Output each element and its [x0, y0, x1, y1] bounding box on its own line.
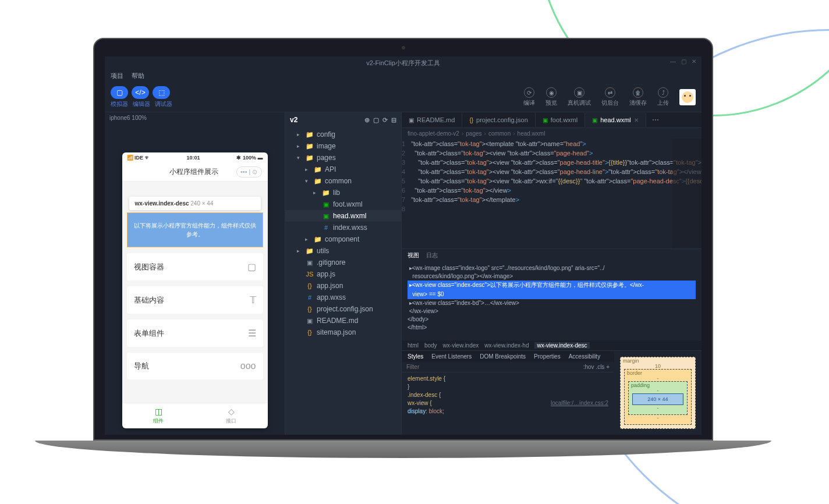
styles-filter-opts[interactable]: :hov .cls +: [583, 364, 610, 370]
sim-nav-title: 小程序组件展示: [151, 167, 236, 177]
editor-area: ▣README.md{}project.config.json▣foot.wxm…: [402, 112, 702, 435]
dt-tab-view[interactable]: 视图: [408, 251, 419, 260]
user-avatar[interactable]: [679, 89, 696, 105]
sim-status-right: ✱ 100% ▬: [236, 155, 263, 161]
tree-item[interactable]: ▣head.wxml: [285, 210, 401, 222]
tree-item[interactable]: ▸📁lib: [285, 187, 401, 198]
editor-tab[interactable]: ▣head.wxml✕: [585, 113, 646, 127]
styles-tab[interactable]: Accessibility: [569, 353, 600, 360]
laptop-mockup: v2-FinClip小程序开发工具 — ▢ ✕ 项目 帮助 ▢ </>: [93, 38, 713, 458]
devtools: 视图 日志 ▸<wx-image class="index-logo" src=…: [402, 249, 702, 435]
css-rules[interactable]: element.style {}.index-desc {</span></di…: [402, 372, 614, 418]
collapse-icon[interactable]: ⊟: [391, 116, 396, 124]
minimize-icon[interactable]: —: [669, 58, 677, 66]
simulator-status: iphone6 100%: [105, 112, 285, 123]
file-explorer: v2 ⊕ ▢ ⟳ ⊟ ▸📁config▸📁image▾📁pages▸📁API▾📁…: [285, 112, 402, 435]
mode-editor-button[interactable]: </>: [132, 86, 149, 99]
dt-tab-log[interactable]: 日志: [426, 251, 438, 260]
tree-item[interactable]: ▣README.md: [285, 315, 401, 326]
tree-item[interactable]: #app.wxss: [285, 292, 401, 303]
tree-item[interactable]: {}project.config.json: [285, 303, 401, 315]
toolbar-上传[interactable]: ⤴上传: [657, 87, 669, 107]
toolbar-真机调试[interactable]: ▣真机调试: [568, 87, 591, 107]
mode-debugger-button[interactable]: ⬚: [153, 86, 170, 99]
menu-help[interactable]: 帮助: [132, 72, 144, 80]
simulator-panel: iphone6 100% 📶 IDE ᯤ 10:01 ✱ 100% ▬ 小程序组…: [105, 112, 285, 435]
menubar: 项目 帮助: [105, 69, 702, 83]
inspector-highlight: 以下将展示小程序官方组件能力，组件样式仅供参考。: [127, 212, 263, 247]
styles-tab[interactable]: Styles: [408, 353, 423, 360]
inspector-tooltip: wx-view.index-desc 240 × 44: [129, 197, 261, 210]
close-icon[interactable]: ✕: [690, 58, 698, 66]
tree-item[interactable]: ▣foot.wxml: [285, 198, 401, 210]
dom-breadcrumb[interactable]: htmlbodywx-view.indexwx-view.index-hdwx-…: [402, 340, 702, 350]
tree-item[interactable]: ▸📁config: [285, 129, 401, 140]
window-title: v2-FinClip小程序开发工具: [366, 59, 440, 68]
minimap[interactable]: [672, 139, 702, 249]
explorer-root[interactable]: v2: [290, 116, 297, 124]
tree-item[interactable]: #index.wxss: [285, 222, 401, 233]
tree-item[interactable]: ▾📁common: [285, 175, 401, 187]
sim-tab[interactable]: ◫组件: [122, 403, 195, 428]
sim-list-item[interactable]: 基础内容𝕋: [127, 286, 263, 314]
simulator-device: 📶 IDE ᯤ 10:01 ✱ 100% ▬ 小程序组件展示 ••• | ⊙: [122, 152, 268, 428]
titlebar: v2-FinClip小程序开发工具 — ▢ ✕: [105, 56, 702, 69]
new-folder-icon[interactable]: ▢: [373, 116, 379, 124]
editor-more-icon[interactable]: ⋯: [646, 112, 665, 127]
tree-item[interactable]: ▸📁utils: [285, 245, 401, 257]
breadcrumb: fino-applet-demo-v2›pages›common›head.wx…: [402, 128, 702, 139]
mode-simulator-button[interactable]: ▢: [111, 86, 128, 99]
box-model: margin10 border- padding- 240 × 44- -: [614, 351, 702, 435]
styles-tab[interactable]: Event Listeners: [431, 353, 472, 360]
tree-item[interactable]: ▸📁image: [285, 140, 401, 152]
sim-list-item[interactable]: 导航ooo: [127, 353, 263, 379]
menu-project[interactable]: 项目: [111, 72, 123, 80]
styles-filter-input[interactable]: [406, 364, 583, 370]
editor-tab[interactable]: ▣foot.wxml: [536, 113, 585, 127]
sim-list-item[interactable]: 表单组件☰: [127, 320, 263, 347]
dom-tree[interactable]: ▸<wx-image class="index-logo" src="../re…: [402, 262, 702, 340]
toolbar-清缓存[interactable]: 🗑清缓存: [629, 87, 647, 107]
styles-tab[interactable]: Properties: [534, 353, 561, 360]
code-editor[interactable]: 12345678 "tok-attr">class="tok-tag"><tem…: [402, 139, 702, 249]
toolbar-切后台[interactable]: ⇄切后台: [601, 87, 619, 107]
tree-item[interactable]: ▸📁component: [285, 233, 401, 245]
sim-capsule[interactable]: ••• | ⊙: [236, 166, 262, 178]
sim-list-item[interactable]: 视图容器▢: [127, 253, 263, 281]
sim-tab[interactable]: ◇接口: [195, 403, 268, 428]
new-file-icon[interactable]: ⊕: [364, 116, 370, 124]
editor-tabs: ▣README.md{}project.config.json▣foot.wxm…: [402, 112, 702, 128]
toolbar: ▢ </> ⬚ 模拟器 编辑器 调试器 ⟳编译◉预览▣真机调试⇄切后台🗑清缓存⤴…: [105, 83, 702, 112]
tree-item[interactable]: ▸📁API: [285, 164, 401, 175]
tree-item[interactable]: {}sitemap.json: [285, 326, 401, 338]
maximize-icon[interactable]: ▢: [679, 58, 688, 66]
sim-status-left: 📶 IDE ᯤ: [127, 155, 150, 161]
sim-status-time: 10:01: [186, 155, 200, 161]
refresh-icon[interactable]: ⟳: [382, 116, 388, 124]
tree-item[interactable]: {}app.json: [285, 280, 401, 292]
toolbar-预览[interactable]: ◉预览: [545, 87, 557, 107]
tree-item[interactable]: ▾📁pages: [285, 152, 401, 164]
editor-tab[interactable]: {}project.config.json: [462, 113, 535, 127]
tree-item[interactable]: JSapp.js: [285, 268, 401, 280]
styles-tab[interactable]: DOM Breakpoints: [480, 353, 526, 360]
tree-item[interactable]: ▣.gitignore: [285, 257, 401, 268]
toolbar-编译[interactable]: ⟳编译: [523, 87, 535, 107]
editor-tab[interactable]: ▣README.md: [402, 113, 462, 127]
ide-window: v2-FinClip小程序开发工具 — ▢ ✕ 项目 帮助 ▢ </>: [105, 56, 702, 435]
